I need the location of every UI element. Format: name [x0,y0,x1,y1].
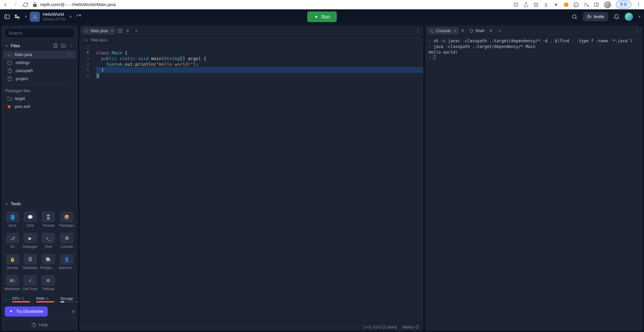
ghost-label: Try Ghostwriter [16,309,44,314]
resync-icon[interactable] [74,13,83,21]
tab-chevron-icon[interactable]: ▾ [111,29,113,33]
install-icon[interactable] [513,2,519,7]
editor-tab-bar: ♨ Main.java ▾ ✕ ＋ ⋮ [80,25,423,36]
chrome-menu-icon[interactable] [636,2,641,7]
sidepanel-icon[interactable] [594,2,599,7]
file-item-classpath[interactable]: .classpath [3,67,76,75]
new-tab-icon[interactable]: ＋ [131,26,141,35]
warning-icon: ⚠ [21,296,24,300]
tab-chevron-icon[interactable]: ▾ [454,29,456,33]
tool-label: Database [23,266,38,270]
forward-icon[interactable] [13,2,18,7]
tool-docs[interactable]: 📘Docs [4,210,21,229]
cursor-position[interactable]: Ln 6, Col 2 (2 chars) [364,325,397,329]
user-chevron-icon[interactable]: ▾ [638,14,641,19]
help-button[interactable]: Help [1,319,78,331]
tool-markdown[interactable]: M↓Markdown [4,273,21,293]
download-icon[interactable] [543,2,549,7]
tab-shell[interactable]: Shell [467,27,487,35]
new-tab-icon[interactable]: ＋ [495,26,504,35]
run-button[interactable]: Run [307,11,337,22]
star-icon[interactable] [533,2,539,7]
tool-settings[interactable]: ⚙Settings [40,273,57,293]
close-tab-icon[interactable]: ✕ [488,27,494,34]
back-icon[interactable] [3,2,8,7]
resource-chevron-icon[interactable]: › [5,297,7,301]
code-editor[interactable]: 1▲ 2⌄ 3⌄ 4 5 6 class Main { public stati… [80,44,423,323]
tool-debugger[interactable]: ▶Debugger [22,231,38,251]
tool-chat[interactable]: 💬Chat [22,210,38,229]
file-item-pom[interactable]: ⬣ pom.xml [3,103,76,111]
new-folder-icon[interactable] [60,43,66,49]
invite-label: Invite [594,14,604,19]
share-icon[interactable] [523,2,529,7]
file-item-settings[interactable]: .settings [3,59,76,67]
tools-header[interactable]: Tools [1,199,78,208]
logo-chevron-icon[interactable]: ▾ [25,14,27,19]
status-bar: Ln 6, Col 2 (2 chars) History [80,323,423,331]
new-file-icon[interactable] [52,43,58,49]
ext-replit-icon[interactable] [553,2,559,7]
console-menu-icon[interactable]: ⋮ [634,27,641,34]
tool-label: Unit Tests [23,287,38,291]
tool-shell[interactable]: >_Shell [40,231,57,251]
playlist-icon[interactable] [584,2,589,7]
file-more-icon[interactable]: ⋮ [68,52,72,57]
java-icon: ♨ [85,29,89,33]
reload-icon[interactable] [23,2,28,7]
repl-language-badge: ♨ [30,12,40,22]
tab-console[interactable]: Console ▾ [427,27,459,35]
search-icon[interactable] [570,12,579,21]
search-input[interactable] [5,28,74,38]
history-button[interactable]: History [402,325,419,329]
files-label: Files [11,43,20,48]
tool-secrets[interactable]: 🔒Secrets [4,252,21,272]
tool-database[interactable]: 🗄Database [22,252,38,272]
extensions-icon[interactable] [574,2,579,7]
tool-label: PostgreS… [40,266,56,270]
console-output[interactable]: › sh -c javac -classpath .:target/depend… [425,36,643,331]
file-name: Main.java [15,52,32,57]
svg-rect-15 [15,16,19,18]
tool-threads[interactable]: 🧵Threads [40,210,57,229]
replit-logo-icon[interactable] [13,13,21,20]
tool-packages[interactable]: 📦Packages [58,210,75,229]
svg-rect-2 [564,3,568,7]
tab-main-java[interactable]: ♨ Main.java ▾ [82,27,116,35]
storage-meter: Storage [60,296,79,302]
sidebar-toggle-icon[interactable] [3,13,11,20]
tool-label: Packages [59,224,74,227]
tool-postgres[interactable]: 🐘PostgreS… [40,252,57,272]
url-bar[interactable]: replit.com/@······/HelloWorld#Main.java [32,2,509,7]
close-tab-icon[interactable]: ✕ [124,27,131,34]
split-icon[interactable] [116,28,124,34]
file-item-target[interactable]: target [3,95,76,103]
ghostwriter-button[interactable]: Try Ghostwriter [5,307,48,317]
editor-panel: ♨ Main.java ▾ ✕ ＋ ⋮ ♨ Main.java 1▲ 2⌄ 3⌄… [80,25,423,331]
close-tab-icon[interactable]: ✕ [460,27,466,34]
console-tab-bar: Console ▾ ✕ Shell ✕ ＋ ⋮ [425,25,643,36]
invite-icon [587,14,592,19]
files-menu-icon[interactable] [68,43,74,49]
svg-rect-16 [17,18,19,19]
update-button[interactable]: 更新 [616,1,631,8]
close-icon[interactable]: ✕ [71,309,75,314]
tool-unittests[interactable]: ✓Unit Tests [22,273,38,293]
files-header[interactable]: Files [1,41,78,51]
tool-console[interactable]: ⌘Console [58,231,75,251]
url-text: replit.com/@······/HelloWorld#Main.java [40,2,116,7]
tool-authenti[interactable]: 👤Authenti… [58,252,75,272]
notifications-icon[interactable] [612,12,621,21]
file-item-project[interactable]: .project [3,75,76,83]
svg-point-17 [573,15,576,18]
file-item-main-java[interactable]: ♨ Main.java ⋮ [3,51,76,59]
lock-icon [32,2,38,7]
repl-chevron-icon[interactable]: ▾ [69,14,72,19]
tool-git[interactable]: ⎇Git [4,231,21,251]
ext-orange-icon[interactable] [564,2,569,7]
tool-label: Chat [27,224,34,227]
invite-button[interactable]: Invite [583,12,608,21]
user-avatar[interactable] [625,13,633,21]
chrome-avatar[interactable] [604,1,611,8]
editor-menu-icon[interactable]: ⋮ [414,27,421,34]
